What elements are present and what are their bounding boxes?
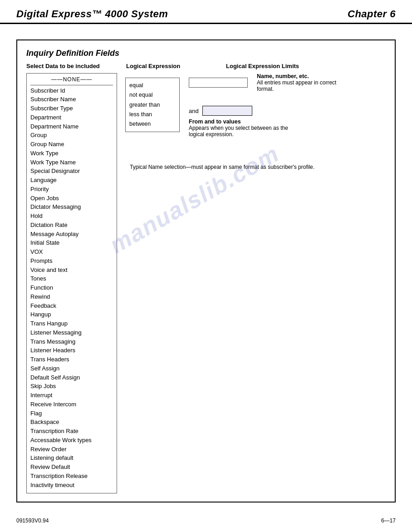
list-item[interactable]: Message Autoplay — [30, 230, 113, 239]
list-item[interactable]: Inactivity timeout — [30, 481, 113, 490]
list-item[interactable]: Dictation Rate — [30, 221, 113, 230]
list-item[interactable]: Department Name — [30, 122, 113, 131]
list-item[interactable]: Language — [30, 176, 113, 185]
header-title: Digital Express™ 4000 System — [16, 8, 168, 20]
list-item[interactable]: Hold — [30, 212, 113, 221]
list-item[interactable]: Function — [30, 283, 113, 292]
list-item[interactable]: Special Designator — [30, 167, 113, 176]
list-items-container: Subscriber IdSubscriber NameSubscriber T… — [30, 86, 113, 490]
section-title: Inquiry Definition Fields — [26, 49, 386, 58]
and-label: and — [189, 108, 199, 114]
page-body: Inquiry Definition Fields Select Data to… — [0, 24, 412, 513]
list-item[interactable]: Listener Headers — [30, 346, 113, 355]
col-header-select: Select Data to be included — [26, 63, 122, 69]
list-item[interactable]: Work Type — [30, 149, 113, 158]
page-header: Digital Express™ 4000 System Chapter 6 — [0, 0, 412, 24]
footer-left: 091593V0.94 — [16, 517, 49, 524]
from-to-title: From and to values — [189, 118, 289, 125]
logical-expr-item[interactable]: greater than — [129, 100, 176, 110]
list-item[interactable]: Trans Headers — [30, 355, 113, 364]
content-box: Inquiry Definition Fields Select Data to… — [16, 39, 396, 502]
logical-expr-item[interactable]: not equal — [129, 90, 176, 100]
list-item[interactable]: Listening default — [30, 453, 113, 463]
list-item[interactable]: Rewind — [30, 292, 113, 301]
expression-input-2[interactable] — [202, 106, 252, 116]
list-item[interactable]: Subscriber Id — [30, 86, 113, 95]
name-note: Name, number, etc. All entries must appe… — [257, 73, 348, 92]
list-item[interactable]: Feedback — [30, 301, 113, 310]
list-item[interactable]: Listener Messaging — [30, 328, 113, 337]
inputs-area: and — [189, 73, 252, 116]
main-row: ——NONE—— Subscriber IdSubscriber NameSub… — [26, 73, 386, 493]
list-item[interactable]: Initial State — [30, 238, 113, 247]
list-item[interactable]: Receive Intercom — [30, 400, 113, 409]
list-item[interactable]: Transcription Release — [30, 472, 113, 481]
list-item[interactable]: Dictator Messaging — [30, 202, 113, 212]
list-item[interactable]: Flag — [30, 409, 113, 418]
list-item[interactable]: Group — [30, 131, 113, 140]
logical-expr-item[interactable]: equal — [129, 81, 176, 90]
list-item[interactable]: Group Name — [30, 140, 113, 149]
logical-expr-item[interactable]: less than — [129, 110, 176, 119]
header-chapter: Chapter 6 — [348, 8, 396, 20]
list-item[interactable]: Default Self Assign — [30, 373, 113, 382]
from-to-note: From and to values Appears when you sele… — [189, 118, 289, 138]
list-item[interactable]: Department — [30, 113, 113, 122]
list-item[interactable]: Prompts — [30, 256, 113, 266]
list-item[interactable]: VOX — [30, 247, 113, 256]
col-header-limits: Logical Expression Limits — [226, 63, 299, 69]
and-row: and — [189, 106, 252, 116]
typical-note: Typical Name selection—must appear in sa… — [130, 164, 314, 170]
list-none-label: ——NONE—— — [30, 75, 113, 85]
name-note-body: All entries must appear in correct forma… — [257, 79, 348, 92]
list-item[interactable]: Accessable Work types — [30, 436, 113, 445]
name-note-title: Name, number, etc. — [257, 73, 348, 79]
list-item[interactable]: Trans Hangup — [30, 319, 113, 328]
list-item[interactable]: Subscriber Type — [30, 104, 113, 113]
from-to-body: Appears when you select between as the l… — [189, 125, 289, 138]
list-item[interactable]: Review Order — [30, 445, 113, 454]
list-item[interactable]: Trans Messaging — [30, 337, 113, 346]
list-box[interactable]: ——NONE—— Subscriber IdSubscriber NameSub… — [26, 73, 117, 493]
logical-expression-box: equalnot equalgreater thanless thanbetwe… — [125, 78, 180, 132]
list-item[interactable]: Hangup — [30, 310, 113, 319]
list-item[interactable]: Voice and text — [30, 266, 113, 275]
column-headers: Select Data to be included Logical Expre… — [26, 63, 386, 69]
list-item[interactable]: Self Assign — [30, 364, 113, 373]
list-item[interactable]: Priority — [30, 185, 113, 194]
expression-input-1[interactable] — [189, 78, 248, 88]
col-header-logical: Logical Expression — [126, 63, 199, 69]
list-item[interactable]: Review Default — [30, 463, 113, 472]
list-item[interactable]: Interrupt — [30, 391, 113, 400]
right-area: equalnot equalgreater thanless thanbetwe… — [125, 73, 386, 327]
logical-expr-item[interactable]: between — [129, 119, 176, 129]
list-item[interactable]: Skip Jobs — [30, 382, 113, 391]
list-item[interactable]: Subscriber Name — [30, 95, 113, 104]
list-item[interactable]: Backspace — [30, 418, 113, 427]
list-item[interactable]: Transcription Rate — [30, 427, 113, 436]
page-footer: 091593V0.94 6—17 — [16, 517, 396, 524]
footer-right: 6—17 — [381, 517, 396, 524]
list-item[interactable]: Open Jobs — [30, 194, 113, 203]
list-item[interactable]: Work Type Name — [30, 158, 113, 167]
list-item[interactable]: Tones — [30, 274, 113, 283]
